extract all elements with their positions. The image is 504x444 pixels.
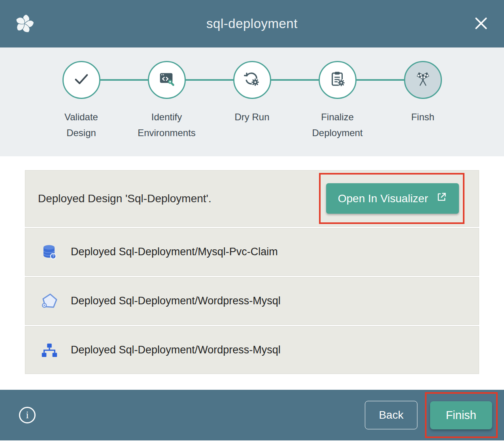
open-in-visualizer-button[interactable]: Open In Visualizer: [326, 183, 459, 214]
topology-icon: [40, 341, 59, 360]
result-row-text: Deployed Sql-Deployment/Wordpress-Mysql: [71, 344, 281, 356]
result-row-text: Deployed Sql-Deployment/Mysql-Pvc-Claim: [71, 246, 278, 258]
back-button[interactable]: Back: [365, 401, 417, 429]
finish-button[interactable]: Finish: [430, 401, 492, 429]
design-result-text: Deployed Design 'Sql-Deployment'.: [38, 192, 211, 205]
close-icon: [474, 16, 489, 32]
modal-title: sql-deployment: [0, 16, 504, 31]
step-finalize-deployment: Finalize Deployment: [295, 61, 380, 141]
step-validate-design: Validate Design: [39, 61, 124, 141]
deployment-stepper: Validate Design: [0, 47, 504, 156]
result-row-text: Deployed Sql-Deployment/Wordpress-Mysql: [71, 295, 281, 307]
modal-footer: i Back Finish: [0, 390, 504, 440]
step-circle: [233, 61, 271, 99]
step-circle: [404, 61, 442, 99]
step-dry-run: Dry Run: [210, 61, 295, 141]
step-label: Identify Environments: [134, 109, 199, 141]
step-label: Finsh: [411, 109, 434, 125]
database-icon: ?: [40, 243, 59, 262]
step-label: Validate Design: [49, 109, 114, 141]
open-in-visualizer-label: Open In Visualizer: [338, 192, 428, 205]
deployment-results: Deployed Design 'Sql-Deployment'. Open I…: [0, 156, 504, 390]
step-finish: Finsh: [380, 61, 466, 141]
step-circle: [148, 61, 186, 99]
info-icon[interactable]: i: [19, 407, 36, 423]
sql-deployment-modal: sql-deployment Validate Desi: [0, 0, 504, 444]
design-result-row: Deployed Design 'Sql-Deployment'. Open I…: [25, 170, 479, 227]
history-gear-icon: [243, 70, 261, 90]
step-label: Dry Run: [234, 109, 269, 125]
step-identify-environments: Identify Environments: [124, 61, 210, 141]
pentagon-shape-icon: [40, 292, 59, 311]
modal-header: sql-deployment: [0, 0, 504, 47]
result-row-pvc-claim: ? Deployed Sql-Deployment/Mysql-Pvc-Clai…: [25, 228, 479, 276]
clipboard-gear-icon: [328, 70, 347, 90]
code-window-wrench-icon: [158, 70, 176, 90]
checkered-flags-icon: [413, 69, 433, 91]
svg-text:?: ?: [52, 254, 55, 258]
external-link-icon: [436, 192, 447, 205]
check-icon: [72, 70, 91, 90]
result-row-wordpress-mysql-1: Deployed Sql-Deployment/Wordpress-Mysql: [25, 277, 479, 325]
step-circle: [319, 61, 357, 99]
step-circle: [62, 61, 100, 99]
step-label: Finalize Deployment: [305, 109, 370, 141]
app-logo-icon: [13, 13, 36, 35]
close-button[interactable]: [472, 14, 491, 33]
result-row-wordpress-mysql-2: Deployed Sql-Deployment/Wordpress-Mysql: [25, 326, 479, 374]
